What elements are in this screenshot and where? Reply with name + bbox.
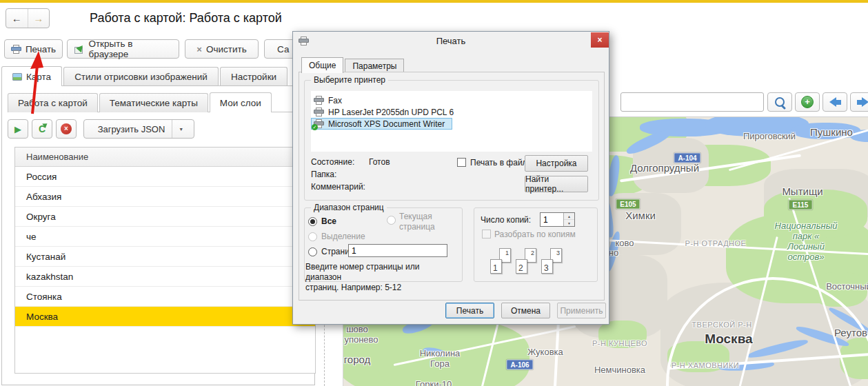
printer-row[interactable]: ✓ HP LaserJet P2055dn UPD PCL 6 [311,106,461,118]
open-in-browser-button[interactable]: Открыть в браузере [67,39,179,59]
printer-icon [11,45,21,54]
delete-icon: × [61,123,72,134]
main-tab-label: Настройки [231,72,276,82]
map-add-button[interactable]: + [795,92,820,112]
dialog-tab[interactable]: Общие [301,57,343,73]
map-label: шово [346,325,368,335]
road-badge: А-104 [674,153,700,163]
map-label: но [609,248,618,258]
load-json-button[interactable]: Загрузить JSON ▼ [83,119,194,139]
status-value: Готов [369,157,390,167]
range-current-radio[interactable] [387,216,396,225]
map-label: Москва [705,332,752,347]
refresh-icon: C [39,123,46,134]
table-row[interactable]: Россия [15,167,315,187]
printer-row[interactable]: ✓ Microsoft XPS Document Writer [311,118,452,130]
sub-tab[interactable]: Работа с картой [8,93,98,112]
range-pages-radio[interactable] [308,247,317,256]
run-button[interactable]: ▶ [8,119,28,139]
map-label: Горки-10 [416,380,452,386]
dialog-apply-button[interactable]: Применить [557,303,606,318]
dialog-title: Печать [293,32,609,50]
dialog-tab-label: Параметры [352,61,396,71]
dialog-tab[interactable]: Параметры [345,59,404,73]
main-tab[interactable]: Стили отрисовки изображений [63,67,219,86]
table-row[interactable]: че [15,227,315,247]
find-printer-button[interactable]: Найти принтер... [525,176,588,192]
map-label: Немчиновка [594,365,645,376]
map-label: Жуковка [527,347,563,358]
default-printer-check-icon: ✓ [312,124,318,130]
printer-row[interactable]: ✓ Fax [311,94,350,106]
print-to-file-label: Печать в файл [470,158,527,168]
map-label: Р-Н КУНЦЕВО [592,339,647,348]
range-selection-radio[interactable] [308,232,317,241]
collate-page-pair: 1 1 [490,248,511,274]
dialog-cancel-button[interactable]: Отмена [501,303,550,318]
plus-icon: + [801,96,814,108]
main-tab[interactable]: Карта [1,66,62,86]
printer-name: HP LaserJet P2055dn UPD PCL 6 [328,108,454,117]
table-row[interactable]: Округа [15,207,315,227]
print-to-file-checkbox[interactable] [457,158,466,167]
close-button[interactable]: × [591,32,609,48]
map-prev-button[interactable] [822,92,847,112]
page-title: Работа с картой: Работа с картой [90,11,282,26]
collate-label: Разобрать по копиям [494,230,576,240]
main-tabs: Карта Стили отрисовки изображений Настро… [1,66,287,86]
spin-up-button[interactable]: ▲ [564,213,574,220]
dialog-print-button[interactable]: Печать [445,303,494,318]
spin-down-button[interactable]: ▼ [564,220,574,226]
search-icon [774,96,787,109]
range-pages-input[interactable] [348,244,447,257]
save-button-label: Са [277,44,289,54]
map-label: Николина Гора [420,349,461,369]
layers-panel: Работа с картой Тематические карты Мои с… [1,85,315,385]
clear-button[interactable]: × Очистить [185,39,259,59]
refresh-button[interactable]: C [32,119,52,139]
accent-bar [0,0,868,3]
map-label: город [344,354,371,365]
range-current-label: Текущая страница [399,212,435,232]
layers-table: Наименование Россия Абхазия Округа че Ку… [14,147,316,374]
map-search-button[interactable] [767,92,792,112]
map-next-button[interactable] [850,92,868,112]
print-button[interactable]: Печать [4,39,63,59]
printer-icon: ✓ [314,96,324,105]
sub-tab[interactable]: Мои слои [210,92,272,112]
table-row[interactable]: Абхазия [15,187,315,207]
table-row[interactable]: Москва [15,307,315,327]
preferences-button[interactable]: Настройка [525,155,588,172]
print-dialog: Печать × Общие Параметры Выберите принте… [292,31,609,325]
collate-checkbox[interactable] [482,230,491,238]
table-row[interactable]: Стоянка [15,287,315,307]
copies-stepper[interactable]: ▲ ▼ [540,212,575,227]
back-button[interactable]: ← [6,9,28,28]
map-label: Реутов [834,327,867,338]
main-tab[interactable]: Настройки [220,67,287,86]
play-icon: ▶ [14,124,21,134]
print-button-label: Печать [26,44,56,54]
arrow-right-icon [857,97,868,107]
table-header[interactable]: Наименование [15,148,315,167]
range-selection-label: Выделение [321,232,365,242]
sub-tab-label: Работа с картой [18,98,88,108]
range-all-radio[interactable] [308,217,317,226]
table-row[interactable]: Кустанай [15,247,315,267]
forward-button[interactable]: → [28,9,50,28]
map-search-input[interactable] [620,92,764,112]
sub-tab-label: Мои слои [220,98,261,108]
road-badge: А-106 [506,360,533,370]
printer-name: Fax [328,96,342,105]
sub-tab[interactable]: Тематические карты [99,93,208,112]
printer-icon: ✓ [314,119,324,128]
chevron-down-icon[interactable]: ▼ [172,120,190,138]
table-row[interactable]: kazakhstan [15,267,315,287]
map-label: Национальный парк « Лосиный остров» [775,221,838,263]
comment-label: Комментарий: [311,182,365,192]
delete-button[interactable]: × [56,119,77,139]
collate-page-pair: 3 3 [541,248,562,274]
history-nav: ← → [6,8,50,28]
folder-label: Папка: [311,170,336,180]
copies-input[interactable] [541,213,563,226]
